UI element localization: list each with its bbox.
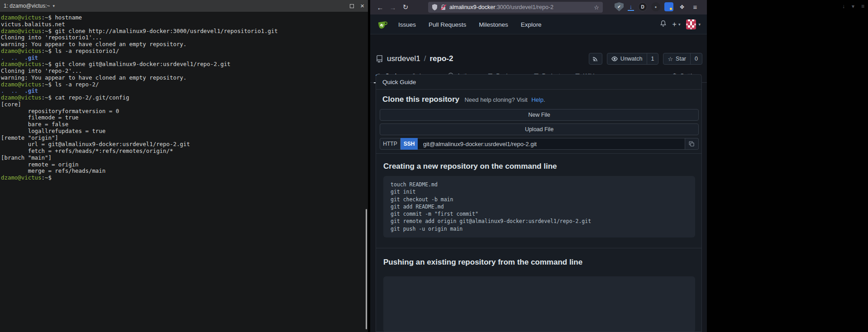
nav-item-milestones[interactable]: Milestones xyxy=(479,21,508,28)
browser-toolbar: ← → ↻ almalinux9-docker:3000/usrdevel1/r… xyxy=(370,0,707,14)
tray-caret-icon[interactable]: ▾ xyxy=(852,3,854,9)
back-button[interactable]: ← xyxy=(374,4,386,11)
nav-item-issues[interactable]: Issues xyxy=(398,21,416,28)
code-line: git add README.md xyxy=(391,203,688,210)
bookmark-star-icon[interactable]: ☆ xyxy=(594,4,599,11)
user-avatar xyxy=(686,19,696,29)
terminal-output[interactable]: dzamo@victus:~$ hostnamevictus.balaitus.… xyxy=(1,12,365,332)
upload-file-button[interactable]: Upload File xyxy=(380,123,699,135)
star-label: Star xyxy=(676,56,686,62)
watch-count[interactable]: 1 xyxy=(647,53,658,64)
terminal-line: merge = refs/heads/main xyxy=(1,168,365,175)
gitea-nav-menu: IssuesPull RequestsMilestonesExplore xyxy=(398,14,542,34)
eye-icon xyxy=(611,56,618,62)
terminal-line: . .. .git xyxy=(1,88,365,95)
terminal-line: dzamo@victus:~$ hostname xyxy=(1,14,365,21)
terminal-line: dzamo@victus:~$ ls -a repositorio1/ xyxy=(1,48,365,55)
star-count[interactable]: 0 xyxy=(690,53,702,64)
extension-icons: ✔↓D●❖≡ xyxy=(615,2,700,11)
restore-window-icon[interactable] xyxy=(350,4,354,8)
reload-button[interactable]: ↻ xyxy=(399,3,412,11)
clone-help-text: Need help cloning? Visit xyxy=(464,96,527,103)
code-block-push[interactable] xyxy=(383,276,695,332)
terminal-line: remote = origin xyxy=(1,161,365,168)
repo-name-link[interactable]: repo-2 xyxy=(429,54,453,63)
new-file-button[interactable]: New File xyxy=(380,109,699,121)
letter-d-badge-icon[interactable]: D xyxy=(638,2,647,11)
notifications-bell-icon[interactable] xyxy=(660,20,667,29)
menu-icon[interactable]: ≡ xyxy=(691,2,700,11)
terminal-titlebar[interactable]: 1: dzamo@victus:~ ▾ × xyxy=(0,0,368,12)
terminal-line: [core] xyxy=(1,101,365,108)
dark-badge-icon[interactable]: ● xyxy=(651,2,660,11)
browser-window: ← → ↻ almalinux9-docker:3000/usrdevel1/r… xyxy=(370,0,707,332)
plus-icon: + xyxy=(672,20,677,28)
repo-separator: / xyxy=(424,54,426,63)
repo-header: usrdevel1 / repo-2 Unwatch xyxy=(376,50,702,68)
tray-menu-icon[interactable]: ≡ xyxy=(861,3,864,9)
quick-guide-title: Quick Guide xyxy=(376,75,701,90)
terminal-line: warning: You appear to have cloned an em… xyxy=(1,41,365,48)
help-link[interactable]: Help xyxy=(531,96,544,103)
gitea-logo-icon[interactable] xyxy=(377,18,389,33)
repo-owner-link[interactable]: usrdevel1 xyxy=(387,54,420,63)
terminal-line: dzamo@victus:~$ ls -a repo-2/ xyxy=(1,81,365,88)
url-path: :3000/usrdevel1/repo-2 xyxy=(495,4,553,10)
http-toggle-button[interactable]: HTTP xyxy=(380,138,401,150)
ssh-toggle-button[interactable]: SSH xyxy=(401,138,418,150)
terminal-line: dzamo@victus:~$ xyxy=(1,175,365,181)
terminal-scrollbar[interactable] xyxy=(366,209,367,329)
terminal-line: dzamo@victus:~$ cat repo-2/.git/config xyxy=(1,95,365,101)
terminal-line: fetch = +refs/heads/*:refs/remotes/origi… xyxy=(1,148,365,155)
insecure-lock-icon[interactable] xyxy=(441,5,446,10)
terminal-line: filemode = true xyxy=(1,114,365,121)
tray-download-icon[interactable]: ↓ xyxy=(842,3,845,9)
url-host: almalinux9-docker xyxy=(449,4,495,10)
code-line: git remote add origin git@almalinux9-doc… xyxy=(391,218,688,225)
create-new-button[interactable]: + ▾ xyxy=(672,20,681,28)
tracking-shield-icon[interactable] xyxy=(432,4,438,10)
clone-heading-row: Clone this repository Need help cloning?… xyxy=(382,95,545,105)
code-line: touch README.md xyxy=(391,181,688,188)
rss-button[interactable] xyxy=(589,53,602,65)
user-caret-icon: ▾ xyxy=(698,22,701,27)
terminal-line: victus.balaitus.net xyxy=(1,21,365,28)
terminal-line: dzamo@victus:~$ git clone http://almalin… xyxy=(1,28,365,35)
close-window-icon[interactable]: × xyxy=(360,4,364,8)
user-menu[interactable]: ▾ xyxy=(686,19,701,29)
repo-title: usrdevel1 / repo-2 xyxy=(376,54,453,63)
clone-url-row: HTTP SSH git@almalinux9-docker:usrdevel1… xyxy=(380,138,699,150)
section-divider-1 xyxy=(376,153,701,154)
code-line: git init xyxy=(391,188,688,195)
terminal-line: [branch "main"] xyxy=(1,155,365,161)
url-bar[interactable]: almalinux9-docker:3000/usrdevel1/repo-2 … xyxy=(428,2,603,13)
terminal-title-caret-icon[interactable]: ▾ xyxy=(53,4,55,8)
quick-guide-box: Quick Guide Clone this repository Need h… xyxy=(376,74,702,332)
desktop-tray: ↓▾≡ xyxy=(842,3,864,9)
download-arrow-icon[interactable]: ↓ xyxy=(628,3,634,11)
gitea-nav-right: + ▾ ▾ xyxy=(660,14,701,34)
code-block-create[interactable]: touch README.mdgit initgit checkout -b m… xyxy=(383,176,695,237)
nav-item-explore[interactable]: Explore xyxy=(521,21,542,28)
push-existing-heading: Pushing an existing repository from the … xyxy=(383,257,582,267)
unwatch-button[interactable]: Unwatch 1 xyxy=(607,53,659,65)
url-text[interactable]: almalinux9-docker:3000/usrdevel1/repo-2 xyxy=(449,4,591,10)
forward-button[interactable]: → xyxy=(386,4,399,11)
unwatch-label: Unwatch xyxy=(620,56,643,62)
create-caret-icon: ▾ xyxy=(678,22,681,27)
nav-item-pull-requests[interactable]: Pull Requests xyxy=(429,21,466,28)
copy-url-button[interactable] xyxy=(685,138,699,150)
terminal-line: logallrefupdates = true xyxy=(1,128,365,135)
star-icon: ☆ xyxy=(668,56,673,62)
create-repo-heading: Creating a new repository on the command… xyxy=(383,161,557,171)
terminal-window: 1: dzamo@victus:~ ▾ × dzamo@victus:~$ ho… xyxy=(0,0,368,332)
gitea-navbar: IssuesPull RequestsMilestonesExplore + ▾… xyxy=(370,14,707,34)
notes-badge-icon[interactable] xyxy=(664,2,673,11)
repo-book-icon xyxy=(376,55,383,63)
puzzle-icon[interactable]: ❖ xyxy=(677,2,687,11)
terminal-line: [remote "origin"] xyxy=(1,135,365,142)
star-button[interactable]: ☆ Star 0 xyxy=(663,53,702,65)
terminal-line: . .. .git xyxy=(1,55,365,62)
shield-check-icon[interactable]: ✔ xyxy=(615,2,624,11)
clone-url-input[interactable]: git@almalinux9-docker:usrdevel1/repo-2.g… xyxy=(418,138,685,150)
